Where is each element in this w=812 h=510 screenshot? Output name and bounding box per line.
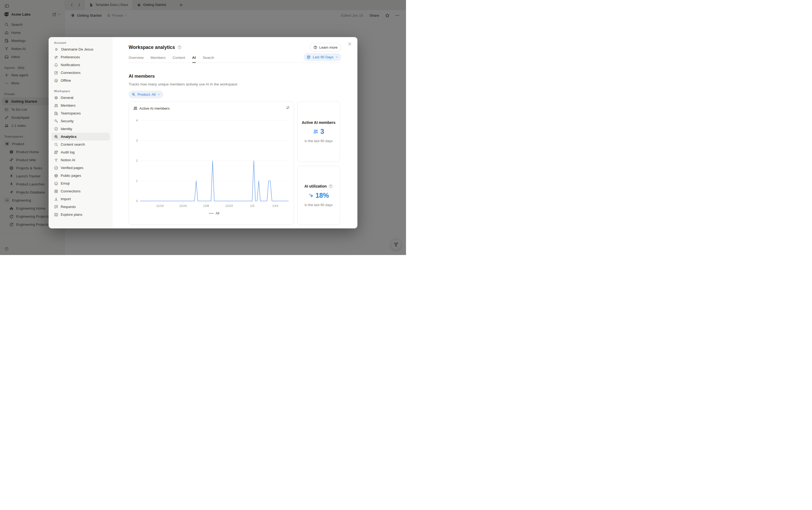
stat-caption: in the last 90 days <box>304 203 333 207</box>
line-chart: 0123411/1011/2412/812/221/51/19All <box>129 102 294 225</box>
close-button[interactable] <box>347 41 353 47</box>
settings-nav-explore-plans[interactable]: Explore plans <box>51 211 110 219</box>
settings-nav-connections[interactable]: Connections <box>51 69 110 77</box>
settings-nav: Account D Dianmarie De Jesus Preferences… <box>49 37 113 228</box>
settings-nav-verified-pages[interactable]: Verified pages <box>51 164 110 172</box>
settings-account-items: PreferencesNotificationsConnectionsOffli… <box>51 53 110 84</box>
chart-settings-button[interactable] <box>286 106 290 111</box>
analytics-tab-content[interactable]: Content <box>173 56 185 63</box>
settings-nav-label: Import <box>61 197 71 201</box>
settings-nav-audit-log[interactable]: Audit log <box>51 148 110 156</box>
settings-content: Workspace analytics Learn more OverviewM… <box>113 37 357 228</box>
magnifier-plus-icon <box>54 135 58 139</box>
ai-members-description: Tracks how many unique members actively … <box>129 82 341 86</box>
settings-nav-analytics[interactable]: Analytics <box>51 133 110 141</box>
people-icon <box>54 104 58 108</box>
settings-nav-label: Members <box>61 104 76 108</box>
calendar-icon <box>307 55 311 59</box>
settings-nav-label: Public pages <box>61 174 81 178</box>
settings-nav-label: Analytics <box>61 135 77 139</box>
map-icon <box>54 213 58 217</box>
stat-value: 18% <box>315 192 329 199</box>
analytics-help-icon[interactable] <box>177 45 182 50</box>
close-icon <box>348 42 352 46</box>
svg-text:12/8: 12/8 <box>203 204 209 207</box>
question-circle-icon[interactable] <box>328 184 333 189</box>
date-range-label: Last 90 Days <box>312 55 333 59</box>
message-up-icon <box>54 205 58 209</box>
gear-icon <box>54 96 58 100</box>
key-icon <box>54 119 58 123</box>
settings-nav-label: Identity <box>61 127 72 131</box>
scroll-icon <box>54 150 58 154</box>
ai-members-heading: AI members <box>129 74 341 79</box>
analytics-tab-ai[interactable]: AI <box>192 56 196 63</box>
analytics-title: Workspace analytics <box>129 45 175 50</box>
analytics-tab-members[interactable]: Members <box>151 56 166 63</box>
settings-nav-teamspaces[interactable]: Teamspaces <box>51 109 110 117</box>
people-icon <box>313 129 318 134</box>
active-ai-members-chart-card: Active AI members 0123411/1011/2412/812/… <box>129 102 294 225</box>
stat-caption: in the last 90 days <box>304 139 333 143</box>
analytics-tab-overview[interactable]: Overview <box>129 56 144 63</box>
magnifier-plus-icon <box>131 92 136 96</box>
svg-text:1/5: 1/5 <box>250 204 254 207</box>
grid4-icon <box>54 189 58 194</box>
svg-text:11/10: 11/10 <box>156 204 164 207</box>
globe-icon <box>54 174 58 178</box>
settings-nav-security[interactable]: Security <box>51 117 110 125</box>
settings-nav-label: Connections <box>61 189 81 193</box>
stat-title: AI utilization <box>304 184 327 188</box>
settings-nav-label: Notifications <box>61 63 80 67</box>
settings-nav-preferences[interactable]: Preferences <box>51 53 110 61</box>
settings-nav-members[interactable]: Members <box>51 102 110 109</box>
svg-text:All: All <box>216 211 219 215</box>
settings-nav-label: General <box>61 96 73 100</box>
account-user-name: Dianmarie De Jesus <box>61 47 93 51</box>
settings-nav-notifications[interactable]: Notifications <box>51 61 110 69</box>
badge-check-icon <box>54 166 58 170</box>
arrow-up-right-box-icon <box>54 71 58 75</box>
settings-nav-general[interactable]: General <box>51 94 110 102</box>
settings-nav-requests[interactable]: Requests <box>51 203 110 211</box>
svg-text:1/19: 1/19 <box>272 204 278 207</box>
sliders-icon <box>286 106 290 110</box>
settings-nav-notion-ai[interactable]: Notion AI <box>51 156 110 164</box>
product-filter-label: Product: All <box>138 92 155 96</box>
settings-nav-emoji[interactable]: Emoji <box>51 179 110 187</box>
settings-workspace-items: GeneralMembersTeamspacesSecurityIdentity… <box>51 94 110 219</box>
settings-nav-account-user[interactable]: D Dianmarie De Jesus <box>51 46 110 53</box>
settings-nav-identity[interactable]: Identity <box>51 125 110 133</box>
settings-nav-offline[interactable]: Offline <box>51 77 110 84</box>
learn-more-button[interactable]: Learn more <box>310 43 341 52</box>
stat-card-ai-utilization: AI utilization18%in the last 90 days <box>297 166 340 225</box>
stat-title: Active AI members <box>302 120 336 125</box>
settings-nav-import[interactable]: Import <box>51 195 110 203</box>
settings-nav-public-pages[interactable]: Public pages <box>51 172 110 179</box>
product-filter-dropdown[interactable]: Product: All <box>129 90 163 98</box>
svg-text:11/24: 11/24 <box>179 204 187 207</box>
building-icon <box>54 111 58 116</box>
settings-nav-label: Requests <box>61 205 76 209</box>
svg-text:3: 3 <box>136 139 138 142</box>
settings-nav-label: Emoji <box>61 181 69 186</box>
question-circle-icon <box>313 46 318 50</box>
settings-modal: Account D Dianmarie De Jesus Preferences… <box>49 37 357 228</box>
app-window: ACME Acme Labs SearchHomeMeetingsNotion … <box>0 0 406 255</box>
svg-text:0: 0 <box>136 199 138 203</box>
bell-icon <box>54 63 58 67</box>
date-range-dropdown[interactable]: Last 90 Days <box>304 53 341 61</box>
settings-nav-label: Connections <box>61 71 81 75</box>
arrow-down-circle-icon <box>54 79 58 83</box>
settings-workspace-label: Workspace <box>51 88 110 94</box>
settings-nav-content-search[interactable]: Content search <box>51 141 110 148</box>
settings-nav-connections[interactable]: Connections <box>51 187 110 195</box>
search-icon <box>54 142 58 147</box>
stat-value: 3 <box>320 128 324 136</box>
settings-nav-label: Security <box>61 119 73 123</box>
analytics-tab-search[interactable]: Search <box>203 56 214 63</box>
settings-nav-label: Notion AI <box>61 158 75 162</box>
notion-face-icon <box>54 158 58 162</box>
learn-more-label: Learn more <box>319 46 337 50</box>
settings-account-label: Account <box>51 40 110 46</box>
